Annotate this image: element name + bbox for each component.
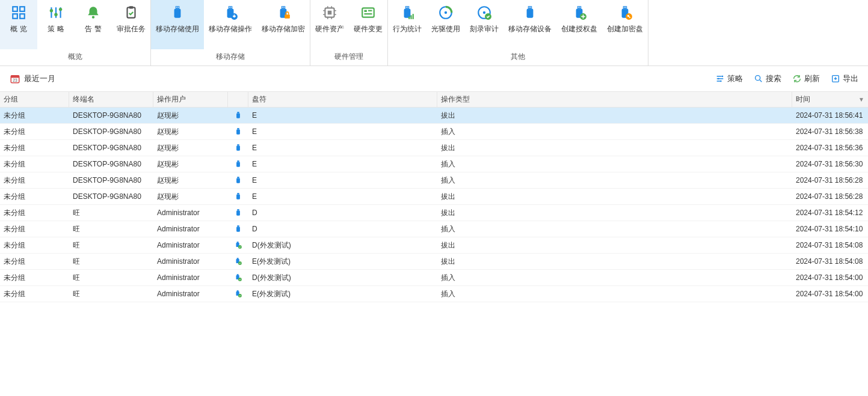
ribbon-item-label: 告 警 <box>85 24 101 34</box>
table-row[interactable]: 未分组旺AdministratorD拔出2024-07-31 18:54:12 <box>0 205 868 221</box>
cell-drive: E(外发测试) <box>248 289 437 299</box>
svg-rect-27 <box>365 10 367 12</box>
ribbon-item-label: 硬件变更 <box>354 24 383 34</box>
export-action[interactable]: 导出 <box>831 73 858 84</box>
ribbon-item-label: 移动存储操作 <box>209 24 252 34</box>
header-device-icon[interactable] <box>228 92 248 107</box>
svg-point-6 <box>59 8 62 11</box>
cell-drive: E(外发测试) <box>248 257 437 267</box>
date-range-selector[interactable]: 最近一月 <box>24 73 55 84</box>
ribbon-item-ms-encrypt[interactable]: 移动存储加密 <box>257 0 310 49</box>
svg-rect-73 <box>237 177 239 178</box>
ribbon-item-hw-change[interactable]: 硬件变更 <box>349 0 387 49</box>
header-user[interactable]: 操作用户 <box>153 92 228 107</box>
svg-rect-16 <box>229 7 230 8</box>
ribbon-item-overview[interactable]: 概 览 <box>0 0 37 49</box>
ribbon-item-auth-disk[interactable]: 创建授权盘 <box>556 0 602 49</box>
cell-optype: 拔出 <box>437 143 792 153</box>
ribbon-item-label: 策 略 <box>48 24 64 34</box>
svg-rect-31 <box>404 9 411 18</box>
svg-point-60 <box>722 76 724 78</box>
grid-header-row: 分组 终端名 操作用户 盘符 操作类型 时间▼ <box>0 91 868 108</box>
cell-optype: 插入 <box>437 289 792 299</box>
usb-icon <box>234 176 242 184</box>
cell-time: 2024-07-31 18:54:08 <box>792 257 868 266</box>
cell-time: 2024-07-31 18:54:00 <box>792 273 868 282</box>
header-terminal[interactable]: 终端名 <box>69 92 153 107</box>
table-row[interactable]: 未分组DESKTOP-9G8NA80赵现彬E插入2024-07-31 18:56… <box>0 172 868 189</box>
ribbon-item-burn-audit[interactable]: 刻录审计 <box>465 0 503 49</box>
cell-time: 2024-07-31 18:56:28 <box>792 176 868 184</box>
cell-user: Administrator <box>153 290 228 298</box>
table-row[interactable]: 未分组DESKTOP-9G8NA80赵现彬E插入2024-07-31 18:56… <box>0 124 868 140</box>
header-drive[interactable]: 盘符 <box>248 92 437 107</box>
svg-rect-78 <box>236 211 240 216</box>
table-row[interactable]: 未分组旺AdministratorE(外发测试)拔出2024-07-31 18:… <box>0 254 868 270</box>
table-row[interactable]: 未分组DESKTOP-9G8NA80赵现彬E拔出2024-07-31 18:56… <box>0 189 868 205</box>
refresh-action[interactable]: 刷新 <box>792 73 820 84</box>
table-row[interactable]: 未分组DESKTOP-9G8NA80赵现彬E拔出2024-07-31 18:56… <box>0 140 868 156</box>
chevron-down-icon: ▼ <box>858 96 864 103</box>
ribbon-item-ms-oper[interactable]: 移动存储操作 <box>204 0 257 49</box>
cell-terminal: DESKTOP-9G8NA80 <box>69 160 153 168</box>
ribbon-item-policy[interactable]: 策 略 <box>37 0 75 49</box>
sliders-icon <box>46 5 66 20</box>
search-action[interactable]: 搜索 <box>754 73 781 84</box>
table-row[interactable]: 未分组旺AdministratorD(外发测试)拔出2024-07-31 18:… <box>0 237 868 254</box>
svg-rect-3 <box>20 14 25 19</box>
svg-rect-14 <box>229 6 233 8</box>
cell-group: 未分组 <box>0 257 69 267</box>
ribbon-item-behavior[interactable]: 行为统计 <box>388 0 426 49</box>
usb-icon <box>234 192 242 201</box>
svg-rect-10 <box>176 6 180 8</box>
ribbon-item-ms-device[interactable]: 移动存储设备 <box>503 0 556 49</box>
ribbon-item-ms-usage[interactable]: 移动存储使用 <box>151 0 204 49</box>
ribbon-item-enc-disk[interactable]: 创建加密盘 <box>602 0 648 49</box>
usb-icon <box>234 111 242 120</box>
cell-drive: E <box>248 160 437 168</box>
cell-user: 赵现彬 <box>153 192 228 202</box>
ribbon-item-label: 移动存储设备 <box>508 24 552 34</box>
ribbon-item-cd-usage[interactable]: 光驱使用 <box>426 0 465 49</box>
usb-icon <box>234 273 242 282</box>
header-optype[interactable]: 操作类型 <box>437 92 792 107</box>
cell-terminal: 旺 <box>69 240 153 251</box>
header-group[interactable]: 分组 <box>0 92 69 107</box>
cell-device-icon <box>228 225 248 233</box>
cell-drive: E <box>248 127 437 136</box>
svg-rect-30 <box>405 6 410 8</box>
table-row[interactable]: 未分组旺AdministratorE(外发测试)插入2024-07-31 18:… <box>0 286 868 302</box>
cell-device-icon <box>228 111 248 120</box>
cell-user: Administrator <box>153 241 228 249</box>
svg-rect-12 <box>176 7 177 8</box>
cell-time: 2024-07-31 18:56:28 <box>792 192 868 201</box>
policy-action[interactable]: 策略 <box>715 73 743 84</box>
grid4-icon <box>9 5 28 20</box>
cell-drive: D <box>248 209 437 217</box>
ribbon-toolbar: 概 览策 略告 警审批任务概览移动存储使用移动存储操作移动存储加密移动存储硬件资… <box>0 0 868 66</box>
cell-drive: D(外发测试) <box>248 240 437 251</box>
ribbon-item-label: 移动存储使用 <box>156 24 199 34</box>
cell-user: 赵现彬 <box>153 127 228 137</box>
table-row[interactable]: 未分组DESKTOP-9G8NA80赵现彬E拔出2024-07-31 18:56… <box>0 108 868 124</box>
table-row[interactable]: 未分组旺AdministratorD插入2024-07-31 18:54:10 <box>0 221 868 237</box>
cell-terminal: 旺 <box>69 257 153 267</box>
cell-user: Administrator <box>153 273 228 282</box>
svg-rect-0 <box>13 7 17 11</box>
ribbon-item-hw-asset[interactable]: 硬件资产 <box>310 0 349 49</box>
table-row[interactable]: 未分组旺AdministratorD(外发测试)插入2024-07-31 18:… <box>0 270 868 286</box>
cell-device-icon <box>228 144 248 152</box>
svg-rect-46 <box>577 6 582 8</box>
usb-icon <box>168 5 187 20</box>
cell-group: 未分组 <box>0 289 69 299</box>
header-time[interactable]: 时间▼ <box>792 92 868 107</box>
svg-rect-29 <box>365 13 372 14</box>
svg-point-38 <box>445 11 447 14</box>
usb-icon <box>234 160 242 168</box>
svg-rect-51 <box>623 6 627 8</box>
ribbon-item-approval[interactable]: 审批任务 <box>112 0 150 49</box>
ribbon-item-alarm[interactable]: 告 警 <box>75 0 112 49</box>
table-row[interactable]: 未分组DESKTOP-9G8NA80赵现彬E插入2024-07-31 18:56… <box>0 156 868 172</box>
cell-user: 赵现彬 <box>153 159 228 169</box>
svg-rect-43 <box>527 9 534 18</box>
